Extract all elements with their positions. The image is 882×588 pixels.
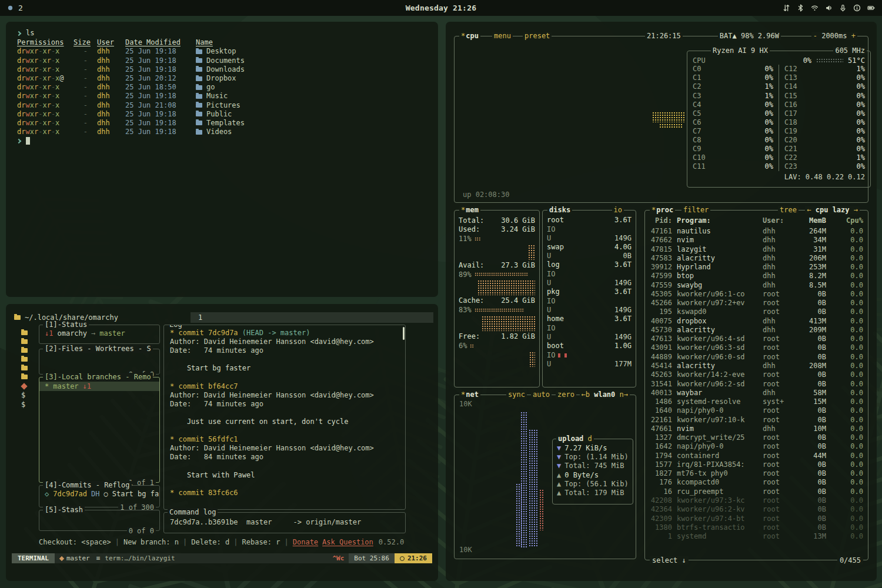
process-row[interactable]: 1827mt76-tx phy0root0B0.0 bbox=[645, 469, 868, 478]
header-user[interactable]: User: bbox=[763, 216, 796, 225]
process-row[interactable]: 22161kworker/u97:10-kroot0B0.0 bbox=[645, 416, 868, 425]
process-row[interactable]: 16rcu_preemptroot0B0.0 bbox=[645, 487, 868, 496]
process-row[interactable]: 45730alacrittydhh209M0.0 bbox=[645, 326, 868, 335]
process-row[interactable]: 1794containerdroot44M0.0 bbox=[645, 452, 868, 460]
header-cpu[interactable]: Cpu% bbox=[826, 216, 863, 225]
status-panel[interactable]: [1]-Status ↓1 omarchy → master bbox=[39, 325, 160, 344]
process-row[interactable]: 1systemdroot13M0.0 bbox=[645, 532, 868, 541]
folder-icon[interactable] bbox=[21, 348, 28, 353]
keybar-hint[interactable]: Rebase: r bbox=[242, 538, 280, 546]
process-row[interactable]: 1642napi/phy0-0root0B0.0 bbox=[645, 442, 868, 451]
process-row[interactable]: 40013waybardhh58M0.0 bbox=[645, 389, 868, 397]
keybar-hint[interactable]: Checkout: <space> bbox=[39, 538, 111, 546]
auto-button[interactable]: auto bbox=[531, 390, 552, 399]
workspace-number[interactable]: 2 bbox=[18, 4, 23, 12]
process-row[interactable]: 195kswapd0root0B0.0 bbox=[645, 308, 868, 316]
workspace-area[interactable]: 2 bbox=[7, 4, 160, 12]
select-hint[interactable]: select ↓ bbox=[650, 556, 689, 564]
process-row[interactable]: 45414alacrittydhh208M0.0 bbox=[645, 362, 868, 370]
memory-panel-title[interactable]: *mem bbox=[459, 206, 480, 214]
process-user: root bbox=[763, 380, 796, 389]
memory-total-label: Total: bbox=[459, 216, 484, 225]
header-program[interactable]: Program: bbox=[677, 216, 763, 225]
stash-panel[interactable]: [5]-Stash 0 of 0 bbox=[39, 510, 160, 531]
keybar-link[interactable]: Donate bbox=[293, 538, 318, 546]
process-row[interactable]: 47599btopdhh8.2M0.0 bbox=[645, 272, 868, 280]
process-row[interactable]: 44889kworker/u96:0-sdroot0B0.0 bbox=[645, 353, 868, 362]
process-row[interactable]: 42208kworker/u97:3-kcroot0B0.0 bbox=[645, 496, 868, 505]
process-row[interactable]: 42309kworker/u97:4-btroot0B0.0 bbox=[645, 514, 868, 523]
folder-icon[interactable] bbox=[21, 375, 28, 379]
battery-icon[interactable] bbox=[867, 4, 875, 12]
shell-prompt-line[interactable] bbox=[17, 136, 438, 145]
info-icon[interactable] bbox=[853, 4, 861, 12]
keybar-hint[interactable]: New branch: n bbox=[123, 538, 179, 546]
wifi-icon[interactable] bbox=[811, 4, 818, 12]
process-row[interactable]: 43091kworker/u96:3-sdroot0B0.0 bbox=[645, 343, 868, 352]
process-row[interactable]: 47583alacrittydhh206M0.0 bbox=[645, 254, 868, 263]
process-row[interactable]: 31541kworker/u96:2-sdroot0B0.0 bbox=[645, 380, 868, 389]
keybar-link[interactable]: Ask Question bbox=[322, 538, 373, 546]
folder-icon[interactable] bbox=[21, 330, 28, 335]
sort-selector[interactable]: ← cpu lazy → bbox=[805, 206, 860, 214]
core-label: C4 bbox=[693, 101, 701, 109]
terminal-window-ls[interactable]: ls Permissions Size User Date Modified N… bbox=[6, 22, 438, 297]
file-user: dhh bbox=[97, 119, 121, 128]
updates-icon[interactable] bbox=[783, 4, 790, 12]
process-row[interactable]: 39912Hyprlanddhh253M0.0 bbox=[645, 263, 868, 272]
process-row[interactable]: 45263kworker/14:2-everoot0B0.0 bbox=[645, 370, 868, 379]
terminal-window-lazygit[interactable]: ~/.local/share/omarchy 1 $ $ [1]-Status … bbox=[6, 304, 438, 581]
process-row[interactable]: 1380btrfs-transactioroot0B0.0 bbox=[645, 523, 868, 532]
volume-icon[interactable] bbox=[825, 4, 833, 12]
process-row[interactable]: 42364kworker/u96:2-kvroot0B0.0 bbox=[645, 505, 868, 514]
disks-panel-title[interactable]: disks bbox=[547, 206, 572, 214]
network-panel-title[interactable]: *net bbox=[459, 390, 480, 399]
folder-icon[interactable] bbox=[21, 357, 28, 362]
command-log-panel[interactable]: Command log 7dc9d7a..b3691be master -> o… bbox=[163, 512, 406, 533]
cpu-panel-title[interactable]: *cpu bbox=[459, 32, 480, 40]
io-toggle[interactable]: io bbox=[612, 206, 624, 214]
process-row[interactable]: 176kcompactd0root0B0.0 bbox=[645, 478, 868, 487]
menu-button[interactable]: menu bbox=[492, 32, 513, 40]
btop-window[interactable]: *cpu menu preset 21:26:15 BAT▲ 98% 2.96W… bbox=[446, 22, 877, 581]
branches-panel[interactable]: [3]-Local branches - Remo * master ↓1 1 … bbox=[39, 377, 160, 483]
mic-icon[interactable] bbox=[839, 4, 847, 12]
interface-switcher[interactable]: ←b wlan0 n→ bbox=[580, 390, 630, 399]
process-row[interactable]: 47161nautilusdhh264M0.0 bbox=[645, 227, 868, 236]
bluetooth-icon[interactable] bbox=[797, 4, 804, 12]
clock[interactable]: Wednesday 21:26 bbox=[160, 4, 722, 12]
tab-1[interactable]: 1 bbox=[198, 313, 202, 322]
process-row[interactable]: 47661nvimdhh10M0.0 bbox=[645, 425, 868, 433]
zero-button[interactable]: zero bbox=[556, 390, 576, 399]
process-row[interactable]: 1640napi/phy0-0root0B0.0 bbox=[645, 406, 868, 415]
folder-icon[interactable] bbox=[21, 366, 28, 370]
preset-button[interactable]: preset bbox=[523, 32, 552, 40]
process-row[interactable]: 40075dropboxdhh413M0.0 bbox=[645, 317, 868, 326]
log-panel[interactable]: Log * commit 7dc9d7a (HEAD -> master)Aut… bbox=[163, 325, 406, 510]
update-interval[interactable]: - 2000ms + bbox=[811, 32, 857, 40]
tree-toggle[interactable]: tree bbox=[778, 206, 799, 214]
process-row[interactable]: 1577irq/81-PIXA3854:root0B0.0 bbox=[645, 460, 868, 469]
scrollbar-thumb[interactable] bbox=[403, 327, 405, 340]
commits-panel[interactable]: [4]-Commits - Reflog ◇ 7dc9d7ad DH ○ Sta… bbox=[39, 485, 160, 507]
files-panel[interactable]: [2]-Files - Worktrees - S 0 of 0 bbox=[39, 349, 160, 375]
process-row[interactable]: 47815lazygitdhh31M0.0 bbox=[645, 245, 868, 254]
process-user: root bbox=[763, 460, 796, 469]
sync-button[interactable]: sync bbox=[506, 390, 527, 399]
process-panel-title[interactable]: *proc bbox=[650, 206, 675, 214]
process-row[interactable]: 47613kworker/u96:4-sdroot0B0.0 bbox=[645, 335, 868, 343]
memory-stat-name: Free: bbox=[459, 332, 480, 341]
process-row[interactable]: 1327dmcrypt_write/25root0B0.0 bbox=[645, 433, 868, 442]
process-row[interactable]: 45305kworker/u96:1-coroot0B0.0 bbox=[645, 290, 868, 299]
process-row[interactable]: 45266kworker/u97:2+evroot0B0.0 bbox=[645, 299, 868, 308]
header-memory[interactable]: MemB bbox=[796, 216, 826, 225]
process-row[interactable]: 47559swaybgdhh8.5M0.0 bbox=[645, 281, 868, 290]
selected-branch-row[interactable]: * master ↓1 bbox=[39, 382, 159, 391]
folder-icon[interactable] bbox=[21, 339, 28, 344]
header-pid[interactable]: Pid: bbox=[650, 216, 677, 225]
keybar-hint[interactable]: Delete: d bbox=[191, 538, 229, 546]
process-row[interactable]: 47662nvimdhh34M0.0 bbox=[645, 236, 868, 245]
process-row[interactable]: 1486systemd-resolvesyst+15M0.0 bbox=[645, 397, 868, 406]
filter-button[interactable]: filter bbox=[681, 206, 710, 214]
git-branch-indicator[interactable]: master bbox=[55, 553, 95, 563]
